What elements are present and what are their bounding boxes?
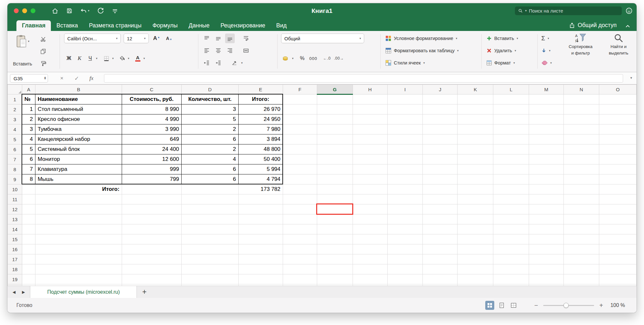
column-header-D[interactable]: D xyxy=(181,85,238,94)
cell-O19[interactable] xyxy=(599,274,636,284)
search-box[interactable]: ▾ xyxy=(515,6,622,15)
cell-D17[interactable] xyxy=(181,254,238,264)
cell-G2[interactable] xyxy=(317,104,353,114)
row-header-3[interactable]: 3 xyxy=(8,114,22,124)
autosum-button[interactable]: Σ ▾ xyxy=(541,34,549,43)
cell-J13[interactable] xyxy=(423,214,458,224)
cell-M15[interactable] xyxy=(529,234,564,244)
fill-color-button[interactable] xyxy=(117,54,127,63)
cell-G19[interactable] xyxy=(317,274,353,284)
cell-D3[interactable]: 5 xyxy=(181,114,238,124)
cell-J12[interactable] xyxy=(423,204,458,214)
cell-N4[interactable] xyxy=(564,124,599,134)
tab-view[interactable]: Вид xyxy=(271,20,292,31)
cell-F11[interactable] xyxy=(283,194,317,204)
cell-A13[interactable] xyxy=(22,214,35,224)
tab-review[interactable]: Рецензирование xyxy=(215,20,271,31)
cell-L14[interactable] xyxy=(493,224,529,234)
cell-J6[interactable] xyxy=(423,144,458,154)
cell-G8[interactable] xyxy=(317,164,353,174)
format-cells-button[interactable]: Формат ▾ xyxy=(487,58,515,68)
cell-N14[interactable] xyxy=(564,224,599,234)
row-header-2[interactable]: 2 xyxy=(8,104,22,114)
cell-I4[interactable] xyxy=(387,124,423,134)
normal-view-button[interactable] xyxy=(485,301,494,310)
font-color-button[interactable]: А xyxy=(133,54,143,63)
cell-A15[interactable] xyxy=(22,234,35,244)
column-header-K[interactable]: K xyxy=(458,85,493,94)
cell-O8[interactable] xyxy=(599,164,636,174)
cell-D9[interactable]: 6 xyxy=(181,174,238,184)
share-button[interactable]: Общий доступ xyxy=(569,22,617,29)
cell-N18[interactable] xyxy=(564,264,599,274)
cell-C16[interactable] xyxy=(122,244,181,254)
cell-J8[interactable] xyxy=(423,164,458,174)
cell-E18[interactable] xyxy=(238,264,283,274)
cell-J14[interactable] xyxy=(423,224,458,234)
cell-A6[interactable]: 5 xyxy=(22,144,35,154)
cell-F17[interactable] xyxy=(283,254,317,264)
name-box[interactable]: G35 ▲▼ xyxy=(10,74,48,83)
cell-M11[interactable] xyxy=(529,194,564,204)
delete-cells-button[interactable]: Удалить ▾ xyxy=(487,46,516,55)
row-header-9[interactable]: 9 xyxy=(8,174,22,184)
cell-H14[interactable] xyxy=(353,224,387,234)
cell-H11[interactable] xyxy=(353,194,387,204)
cell-H9[interactable] xyxy=(353,174,387,184)
cell-O3[interactable] xyxy=(599,114,636,124)
cell-D12[interactable] xyxy=(181,204,238,214)
column-header-M[interactable]: M xyxy=(529,85,564,94)
paste-button[interactable]: ▾ Вставить xyxy=(10,33,35,70)
cell-D18[interactable] xyxy=(181,264,238,274)
cell-I12[interactable] xyxy=(387,204,423,214)
format-painter-button[interactable] xyxy=(38,59,48,68)
zoom-slider[interactable] xyxy=(543,305,594,306)
cell-M10[interactable] xyxy=(529,184,564,194)
cell-F19[interactable] xyxy=(283,274,317,284)
cell-H2[interactable] xyxy=(353,104,387,114)
add-sheet-button[interactable]: + xyxy=(137,286,152,298)
cell-L13[interactable] xyxy=(493,214,529,224)
cell-F2[interactable] xyxy=(283,104,317,114)
cell-C2[interactable]: 8 990 xyxy=(122,104,181,114)
fill-button[interactable]: ▾ xyxy=(541,46,551,55)
row-header-1[interactable]: 1 xyxy=(8,94,22,104)
cell-K16[interactable] xyxy=(458,244,493,254)
cell-M1[interactable] xyxy=(529,94,564,104)
row-header-4[interactable]: 4 xyxy=(8,124,22,134)
cell-H4[interactable] xyxy=(353,124,387,134)
cell-N16[interactable] xyxy=(564,244,599,254)
cell-F13[interactable] xyxy=(283,214,317,224)
row-header-7[interactable]: 7 xyxy=(8,154,22,164)
cell-B8[interactable]: Клавиатура xyxy=(35,164,122,174)
cell-E6[interactable]: 48 800 xyxy=(238,144,283,154)
cell-F7[interactable] xyxy=(283,154,317,164)
percent-style-button[interactable]: % xyxy=(298,54,307,63)
cell-I3[interactable] xyxy=(387,114,423,124)
feedback-smiley-button[interactable] xyxy=(625,7,633,15)
align-center-button[interactable] xyxy=(213,46,223,55)
cell-A12[interactable] xyxy=(22,204,35,214)
next-sheet-button[interactable]: ▶ xyxy=(22,290,25,294)
cell-L4[interactable] xyxy=(493,124,529,134)
align-top-button[interactable] xyxy=(202,34,212,43)
cell-K2[interactable] xyxy=(458,104,493,114)
cell-B10[interactable]: Итого: xyxy=(35,184,122,194)
zoom-slider-knob[interactable] xyxy=(564,303,569,308)
cell-J17[interactable] xyxy=(423,254,458,264)
orientation-button[interactable] xyxy=(230,58,239,68)
cell-M4[interactable] xyxy=(529,124,564,134)
cell-C5[interactable]: 649 xyxy=(122,134,181,144)
cell-I10[interactable] xyxy=(387,184,423,194)
cell-B12[interactable] xyxy=(35,204,122,214)
cell-I1[interactable] xyxy=(387,94,423,104)
cell-A1[interactable]: № xyxy=(22,94,35,104)
cell-L9[interactable] xyxy=(493,174,529,184)
cell-B4[interactable]: Тумбочка xyxy=(35,124,122,134)
cell-E1[interactable]: Итого: xyxy=(238,94,283,104)
cell-D14[interactable] xyxy=(181,224,238,234)
cell-N3[interactable] xyxy=(564,114,599,124)
cell-N15[interactable] xyxy=(564,234,599,244)
cell-I13[interactable] xyxy=(387,214,423,224)
insert-function-button[interactable]: fx xyxy=(86,74,97,83)
